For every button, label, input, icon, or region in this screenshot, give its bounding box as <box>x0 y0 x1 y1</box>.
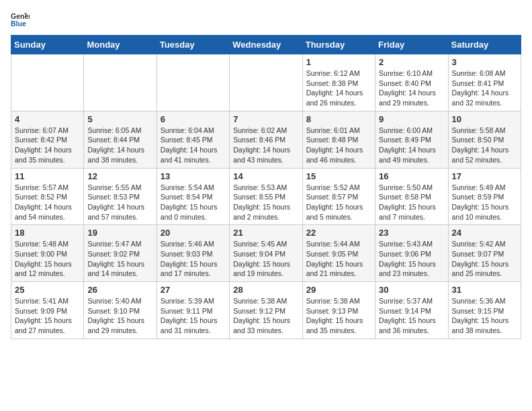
day-number: 27 <box>161 285 226 295</box>
day-info: Sunrise: 6:00 AM Sunset: 8:49 PM Dayligh… <box>379 126 444 165</box>
day-info: Sunrise: 5:40 AM Sunset: 9:10 PM Dayligh… <box>87 296 152 336</box>
day-info: Sunrise: 5:41 AM Sunset: 9:09 PM Dayligh… <box>15 296 80 336</box>
day-info: Sunrise: 5:44 AM Sunset: 9:05 PM Dayligh… <box>306 239 371 279</box>
day-cell: 16Sunrise: 5:50 AM Sunset: 8:58 PM Dayli… <box>375 168 448 225</box>
header: General Blue <box>11 11 521 30</box>
day-cell: 26Sunrise: 5:40 AM Sunset: 9:10 PM Dayli… <box>84 282 157 339</box>
day-cell: 5Sunrise: 6:05 AM Sunset: 8:44 PM Daylig… <box>84 111 157 168</box>
day-number: 23 <box>379 228 444 238</box>
day-number: 3 <box>452 57 517 67</box>
day-info: Sunrise: 5:58 AM Sunset: 8:50 PM Dayligh… <box>452 126 517 165</box>
day-number: 28 <box>233 285 298 295</box>
day-cell: 10Sunrise: 5:58 AM Sunset: 8:50 PM Dayli… <box>448 111 521 168</box>
day-cell: 3Sunrise: 6:08 AM Sunset: 8:41 PM Daylig… <box>448 54 521 111</box>
day-number: 29 <box>306 285 371 295</box>
day-cell: 20Sunrise: 5:46 AM Sunset: 9:03 PM Dayli… <box>157 225 229 282</box>
week-row-4: 18Sunrise: 5:48 AM Sunset: 9:00 PM Dayli… <box>11 225 521 282</box>
day-cell <box>157 54 229 111</box>
day-number: 11 <box>15 171 80 181</box>
day-info: Sunrise: 5:37 AM Sunset: 9:14 PM Dayligh… <box>379 296 444 336</box>
day-number: 2 <box>379 57 444 67</box>
day-info: Sunrise: 5:52 AM Sunset: 8:57 PM Dayligh… <box>306 183 371 222</box>
day-cell <box>11 54 84 111</box>
day-number: 17 <box>452 171 517 181</box>
day-info: Sunrise: 5:38 AM Sunset: 9:12 PM Dayligh… <box>233 296 298 336</box>
week-row-2: 4Sunrise: 6:07 AM Sunset: 8:42 PM Daylig… <box>11 111 521 168</box>
day-cell: 12Sunrise: 5:55 AM Sunset: 8:53 PM Dayli… <box>84 168 157 225</box>
day-cell: 18Sunrise: 5:48 AM Sunset: 9:00 PM Dayli… <box>11 225 84 282</box>
day-number: 9 <box>379 114 444 124</box>
day-cell: 8Sunrise: 6:01 AM Sunset: 8:48 PM Daylig… <box>302 111 375 168</box>
day-info: Sunrise: 5:49 AM Sunset: 8:59 PM Dayligh… <box>452 183 517 222</box>
day-info: Sunrise: 5:50 AM Sunset: 8:58 PM Dayligh… <box>379 183 444 222</box>
day-cell: 23Sunrise: 5:43 AM Sunset: 9:06 PM Dayli… <box>375 225 448 282</box>
day-number: 1 <box>306 57 371 67</box>
calendar-table: SundayMondayTuesdayWednesdayThursdayFrid… <box>11 35 521 339</box>
day-cell <box>230 54 302 111</box>
week-row-1: 1Sunrise: 6:12 AM Sunset: 8:38 PM Daylig… <box>11 54 521 111</box>
day-cell: 17Sunrise: 5:49 AM Sunset: 8:59 PM Dayli… <box>448 168 521 225</box>
day-info: Sunrise: 6:01 AM Sunset: 8:48 PM Dayligh… <box>306 126 371 165</box>
day-cell: 24Sunrise: 5:42 AM Sunset: 9:07 PM Dayli… <box>448 225 521 282</box>
day-number: 12 <box>87 171 152 181</box>
day-cell: 14Sunrise: 5:53 AM Sunset: 8:55 PM Dayli… <box>230 168 302 225</box>
day-info: Sunrise: 5:47 AM Sunset: 9:02 PM Dayligh… <box>87 239 152 279</box>
day-cell: 31Sunrise: 5:36 AM Sunset: 9:15 PM Dayli… <box>448 282 521 339</box>
weekday-header-friday: Friday <box>375 36 448 54</box>
day-cell: 30Sunrise: 5:37 AM Sunset: 9:14 PM Dayli… <box>375 282 448 339</box>
day-number: 25 <box>15 285 80 295</box>
day-info: Sunrise: 6:04 AM Sunset: 8:45 PM Dayligh… <box>161 126 226 165</box>
day-cell: 29Sunrise: 5:38 AM Sunset: 9:13 PM Dayli… <box>302 282 375 339</box>
weekday-header-tuesday: Tuesday <box>157 36 229 54</box>
day-info: Sunrise: 5:46 AM Sunset: 9:03 PM Dayligh… <box>161 239 226 279</box>
day-number: 10 <box>452 114 517 124</box>
day-cell: 2Sunrise: 6:10 AM Sunset: 8:40 PM Daylig… <box>375 54 448 111</box>
day-info: Sunrise: 5:39 AM Sunset: 9:11 PM Dayligh… <box>161 296 226 336</box>
weekday-header-wednesday: Wednesday <box>230 36 302 54</box>
day-number: 4 <box>15 114 80 124</box>
day-number: 7 <box>233 114 298 124</box>
week-row-3: 11Sunrise: 5:57 AM Sunset: 8:52 PM Dayli… <box>11 168 521 225</box>
day-cell: 13Sunrise: 5:54 AM Sunset: 8:54 PM Dayli… <box>157 168 229 225</box>
day-cell: 6Sunrise: 6:04 AM Sunset: 8:45 PM Daylig… <box>157 111 229 168</box>
day-number: 20 <box>161 228 226 238</box>
weekday-header-saturday: Saturday <box>448 36 521 54</box>
day-info: Sunrise: 5:43 AM Sunset: 9:06 PM Dayligh… <box>379 239 444 279</box>
day-info: Sunrise: 6:05 AM Sunset: 8:44 PM Dayligh… <box>87 126 152 165</box>
day-info: Sunrise: 5:53 AM Sunset: 8:55 PM Dayligh… <box>233 183 298 222</box>
day-number: 21 <box>233 228 298 238</box>
day-number: 5 <box>87 114 152 124</box>
day-cell: 9Sunrise: 6:00 AM Sunset: 8:49 PM Daylig… <box>375 111 448 168</box>
day-info: Sunrise: 5:57 AM Sunset: 8:52 PM Dayligh… <box>15 183 80 222</box>
day-number: 8 <box>306 114 371 124</box>
day-number: 13 <box>161 171 226 181</box>
day-number: 15 <box>306 171 371 181</box>
day-number: 6 <box>161 114 226 124</box>
day-cell: 27Sunrise: 5:39 AM Sunset: 9:11 PM Dayli… <box>157 282 229 339</box>
day-number: 26 <box>87 285 152 295</box>
weekday-header-sunday: Sunday <box>11 36 84 54</box>
logo-icon: General Blue <box>11 11 30 30</box>
day-info: Sunrise: 5:45 AM Sunset: 9:04 PM Dayligh… <box>233 239 298 279</box>
day-info: Sunrise: 5:42 AM Sunset: 9:07 PM Dayligh… <box>452 239 517 279</box>
week-row-5: 25Sunrise: 5:41 AM Sunset: 9:09 PM Dayli… <box>11 282 521 339</box>
day-number: 19 <box>87 228 152 238</box>
logo: General Blue <box>11 11 32 30</box>
weekday-header-thursday: Thursday <box>302 36 375 54</box>
day-number: 31 <box>452 285 517 295</box>
day-cell: 19Sunrise: 5:47 AM Sunset: 9:02 PM Dayli… <box>84 225 157 282</box>
weekday-header-monday: Monday <box>84 36 157 54</box>
weekday-header-row: SundayMondayTuesdayWednesdayThursdayFrid… <box>11 36 521 54</box>
day-info: Sunrise: 5:54 AM Sunset: 8:54 PM Dayligh… <box>161 183 226 222</box>
day-info: Sunrise: 6:07 AM Sunset: 8:42 PM Dayligh… <box>15 126 80 165</box>
day-info: Sunrise: 6:02 AM Sunset: 8:46 PM Dayligh… <box>233 126 298 165</box>
day-number: 24 <box>452 228 517 238</box>
svg-text:Blue: Blue <box>11 19 26 28</box>
day-cell: 7Sunrise: 6:02 AM Sunset: 8:46 PM Daylig… <box>230 111 302 168</box>
day-cell: 15Sunrise: 5:52 AM Sunset: 8:57 PM Dayli… <box>302 168 375 225</box>
day-info: Sunrise: 5:38 AM Sunset: 9:13 PM Dayligh… <box>306 296 371 336</box>
day-number: 18 <box>15 228 80 238</box>
day-number: 14 <box>233 171 298 181</box>
day-cell: 21Sunrise: 5:45 AM Sunset: 9:04 PM Dayli… <box>230 225 302 282</box>
day-number: 16 <box>379 171 444 181</box>
